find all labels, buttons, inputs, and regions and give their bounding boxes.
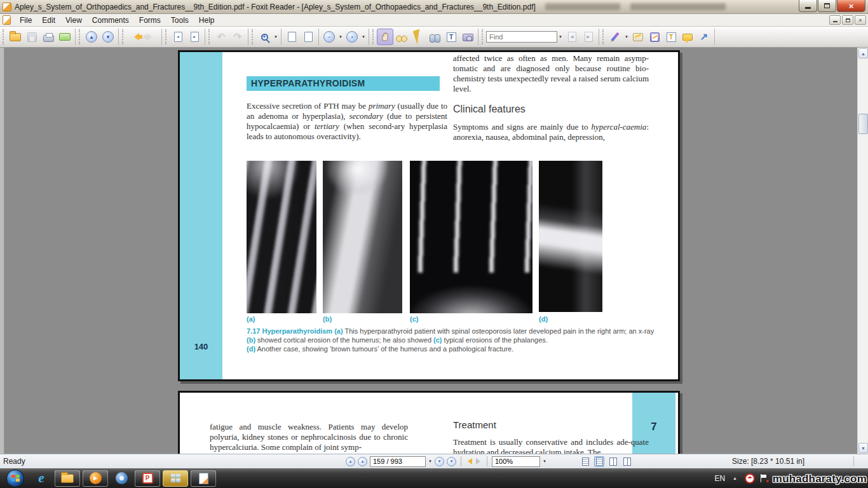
toolbar-drag-handle[interactable]	[208, 29, 211, 44]
background-window-ghost	[630, 3, 726, 10]
read-mode-button[interactable]	[393, 29, 410, 45]
antivirus-tray-icon[interactable]: ☂	[745, 473, 755, 484]
binoculars-icon	[430, 34, 440, 41]
document-restore-button[interactable]	[842, 15, 853, 25]
hand-tool-button[interactable]	[377, 29, 393, 45]
share-button[interactable]: ↗	[696, 29, 712, 45]
toolbar-drag-handle[interactable]	[79, 29, 81, 44]
find-previous-button[interactable]: ◀	[564, 29, 580, 45]
select-annotation-button[interactable]	[410, 29, 426, 45]
toolbar-drag-handle[interactable]	[252, 29, 254, 44]
select-text-button[interactable]: T	[443, 29, 459, 45]
start-button[interactable]	[6, 470, 24, 487]
scroll-down-button[interactable]: ▼	[858, 443, 868, 453]
taskbar-media-player[interactable]: ▶	[83, 470, 108, 487]
menu-forms[interactable]: Forms	[134, 15, 166, 26]
redo-button[interactable]: ↷	[229, 29, 246, 45]
menu-comments[interactable]: Comments	[87, 15, 134, 26]
menu-edit[interactable]: Edit	[37, 15, 60, 26]
single-page-view-button[interactable]	[580, 456, 590, 467]
toolbar-drag-handle[interactable]	[602, 29, 605, 44]
previous-view-button[interactable]: ◂	[170, 29, 186, 45]
note-tool-button[interactable]	[646, 29, 663, 45]
close-button[interactable]: ×	[837, 0, 865, 12]
menu-file[interactable]: File	[15, 15, 37, 26]
print-button[interactable]	[40, 29, 57, 45]
page-down-icon: ▼	[102, 31, 114, 43]
show-hidden-icons-arrow[interactable]: ▲	[733, 476, 737, 480]
typewriter-tool-button[interactable]: T	[663, 29, 679, 45]
go-forward-button[interactable]	[143, 29, 159, 45]
find-next-button[interactable]: ▶	[580, 29, 597, 45]
zoom-level-input[interactable]	[492, 456, 540, 467]
maximize-button[interactable]	[818, 0, 836, 12]
snapshot-button[interactable]	[459, 29, 476, 45]
page-up-button[interactable]: ▲	[83, 29, 100, 45]
marquee-zoom-dropdown[interactable]: ▼	[273, 35, 279, 39]
scroll-up-button[interactable]: ▲	[858, 48, 868, 58]
toolbar-drag-handle[interactable]	[122, 29, 125, 44]
go-back-button[interactable]	[126, 29, 143, 45]
menu-help[interactable]: Help	[194, 15, 220, 26]
scrollbar-thumb[interactable]	[858, 114, 868, 134]
comment-tool-button[interactable]	[679, 29, 696, 45]
continuous-facing-view-button[interactable]	[622, 456, 632, 467]
next-view-icon[interactable]	[476, 458, 484, 464]
undo-icon: ↶	[217, 31, 226, 43]
action-center-flag-icon[interactable]: x	[760, 474, 768, 483]
taskbar-active-window[interactable]	[163, 470, 188, 487]
zoom-out-dropdown[interactable]: ▼	[337, 35, 344, 39]
toolbar-drag-handle[interactable]	[3, 29, 5, 44]
taskbar-powerpoint[interactable]: P	[135, 470, 160, 487]
vertical-scrollbar[interactable]: ▲ ▼	[857, 48, 868, 454]
magnifier-plus-icon: +	[261, 34, 268, 41]
taskbar-explorer[interactable]	[55, 470, 80, 487]
marquee-zoom-button[interactable]: +	[256, 29, 273, 45]
zoom-in-button[interactable]: +	[344, 29, 360, 45]
text-select-icon: T	[447, 32, 456, 42]
save-button[interactable]	[24, 29, 40, 45]
page-down-button[interactable]: ▼	[100, 29, 116, 45]
pdf-page-next: 7 fatigue and muscle weakness. Patients …	[178, 391, 680, 454]
previous-page-button[interactable]: ▲	[358, 457, 367, 466]
language-indicator[interactable]: EN	[714, 474, 725, 483]
page-number-dropdown[interactable]: ▼	[427, 459, 433, 463]
email-button[interactable]	[57, 29, 73, 45]
last-page-button[interactable]: ▼	[447, 457, 456, 466]
document-close-button[interactable]: ×	[855, 15, 866, 25]
first-page-button[interactable]: ▲	[346, 457, 355, 466]
open-button[interactable]	[7, 29, 24, 45]
fit-width-button[interactable]	[283, 29, 300, 45]
minimize-button[interactable]	[799, 0, 817, 12]
zoom-in-dropdown[interactable]: ▼	[360, 35, 367, 39]
zoom-out-button[interactable]: −	[321, 29, 337, 45]
camera-icon	[463, 34, 473, 41]
menu-view[interactable]: View	[60, 15, 87, 26]
next-page-button[interactable]: ▼	[435, 457, 444, 466]
find-dropdown[interactable]: ▼	[557, 35, 564, 39]
undo-button[interactable]: ↶	[213, 29, 229, 45]
taskbar-messenger[interactable]	[111, 470, 132, 487]
document-minimize-button[interactable]	[829, 15, 841, 25]
pencil-tool-dropdown[interactable]: ▼	[623, 35, 630, 39]
status-bar: Ready ▲ ▲ ▼ ▼ ▼ ▼ Size: [8.23 * 10.51 in…	[0, 454, 868, 468]
taskbar-internet-explorer[interactable]: e	[31, 470, 52, 487]
highlight-tool-button[interactable]	[630, 29, 646, 45]
toolbar-drag-handle[interactable]	[165, 29, 168, 44]
search-button[interactable]	[426, 29, 443, 45]
continuous-view-button[interactable]	[594, 456, 604, 467]
taskbar-foxit-reader[interactable]	[191, 470, 216, 487]
fit-page-button[interactable]	[300, 29, 316, 45]
page-number-input[interactable]	[370, 456, 426, 467]
menu-tools[interactable]: Tools	[166, 15, 194, 26]
pencil-tool-button[interactable]	[607, 29, 623, 45]
previous-view-icon[interactable]	[465, 458, 472, 464]
zoom-level-dropdown[interactable]: ▼	[541, 459, 548, 463]
facing-view-button[interactable]	[608, 456, 618, 467]
find-input[interactable]	[486, 31, 557, 43]
toolbar-drag-handle[interactable]	[372, 29, 375, 44]
next-view-button[interactable]: ▸	[186, 29, 203, 45]
folder-icon	[61, 474, 74, 483]
toolbar-drag-handle[interactable]	[482, 29, 484, 44]
redo-icon: ↷	[234, 31, 242, 43]
